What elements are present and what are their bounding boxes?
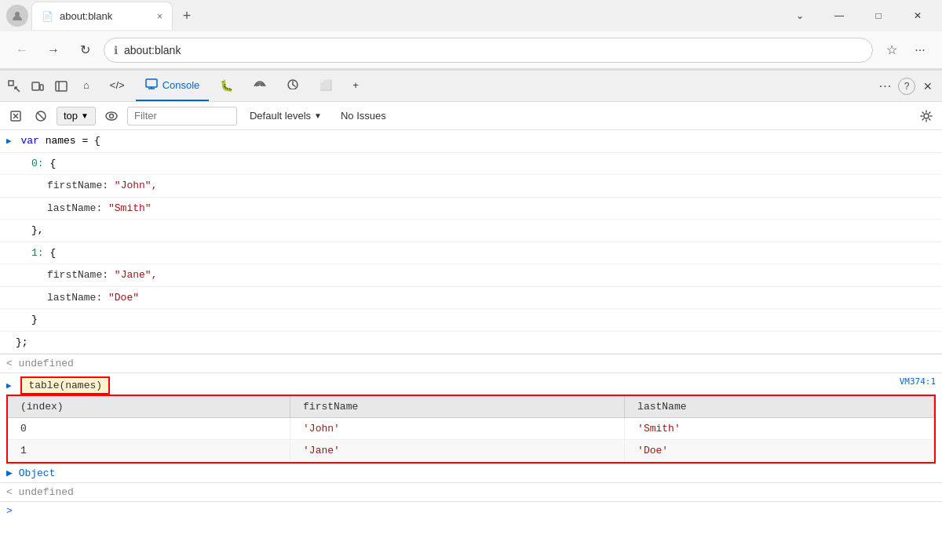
performance-icon [287,78,299,92]
console-output: ▶ var names = { 0: { firstName: "John", … [0,130,942,560]
firstname-val-0: "John", [115,180,158,191]
table-command-text: table(names) [20,376,110,395]
refresh-button[interactable]: ↻ [72,38,97,63]
active-tab[interactable]: 📄 about:blank × [31,2,173,30]
network-icon [254,78,266,92]
tab-title: about:blank [60,10,112,22]
block-button[interactable] [31,107,50,125]
table-arrow-icon[interactable]: ▶ [6,381,12,391]
more-button[interactable]: ··· [907,38,933,63]
back-button[interactable]: ← [9,38,35,63]
svg-point-17 [924,114,929,118]
tab-bar: 📄 about:blank × + [31,2,779,30]
svg-rect-3 [40,85,43,90]
context-selector[interactable]: top ▼ [57,107,96,125]
tab-console[interactable]: Console [136,71,210,101]
console-line-semicolon: }; [0,332,942,355]
cell-index: 0 [8,418,290,440]
console-line-ln1: lastName: "Doe" [0,287,942,310]
home-icon: ⌂ [83,79,89,91]
devtools-close-button[interactable]: ✕ [917,75,939,97]
cell-firstname: 'John' [290,418,625,440]
svg-rect-1 [9,81,13,85]
data-table: (index) firstName lastName 0'John''Smith… [8,396,934,462]
console-line-key0: 0: { [0,153,942,176]
profile-avatar[interactable] [6,5,28,27]
devtools-help-button[interactable]: ? [898,78,915,95]
tab-performance[interactable] [277,71,309,101]
inspect-element-button[interactable] [3,75,25,97]
tab-network[interactable] [244,71,276,101]
tab-close-button[interactable]: × [157,11,162,22]
svg-point-15 [106,112,117,120]
svg-line-14 [38,113,44,119]
object-line[interactable]: ▶ Object [0,464,942,482]
favorite-button[interactable]: ☆ [879,38,904,63]
col-header-lastname: lastName [625,396,934,418]
undefined-line-2: < undefined [0,483,942,501]
filter-input[interactable] [127,107,237,125]
console-line-var-decl: ▶ var names = { [0,130,942,153]
device-emulation-button[interactable] [27,75,49,97]
address-text: about:blank [124,44,181,56]
table-body: 0'John''Smith'1'Jane''Doe' [8,418,934,462]
index-1: 1: [31,247,44,259]
dropdown-arrow-icon: ▼ [81,111,89,120]
console-line-close0: }, [0,220,942,242]
address-bar[interactable]: ℹ about:blank [104,38,873,63]
console-line-key1: 1: { [0,242,942,265]
clear-console-button[interactable] [6,107,25,125]
console-line-fn0: firstName: "John", [0,175,942,198]
lastname-prop-0: lastName: [47,202,108,214]
undefined-line-1: < undefined [0,355,942,373]
tab-memory[interactable]: ⬜ [310,71,341,101]
table-command-container: ▶ table(names) VM374:1 [0,373,942,395]
table-header-row: (index) firstName lastName [8,396,934,418]
chevron-button[interactable]: ⌄ [782,3,818,28]
levels-arrow-icon: ▼ [314,111,322,120]
memory-icon: ⬜ [319,79,332,91]
var-name: names = { [46,135,100,147]
cell-firstname: 'Jane' [290,440,625,462]
console-line-close1: } [0,309,942,332]
console-settings-button[interactable] [917,107,936,125]
sidebar-button[interactable] [50,75,72,97]
title-bar: 📄 about:blank × + ⌄ — □ ✕ [0,0,942,31]
expand-arrow-icon[interactable]: ▶ [6,136,12,146]
tab-debugger[interactable]: 🐛 [210,71,243,101]
more-tools-button[interactable]: + [352,79,359,91]
index-0: 0: [31,158,44,169]
tab-console-label: Console [162,79,200,91]
svg-rect-6 [146,79,157,87]
tab-elements[interactable]: ⌂ [74,71,99,101]
minimize-button[interactable]: — [821,3,857,28]
browser-window: 📄 about:blank × + ⌄ — □ ✕ ← → ↻ ℹ about:… [0,0,942,560]
log-levels-button[interactable]: Default levels ▼ [243,108,328,123]
issues-indicator: No Issues [334,108,392,123]
table-row: 1'Jane''Doe' [8,440,934,462]
close-button[interactable]: ✕ [900,3,936,28]
nav-bar: ← → ↻ ℹ about:blank ☆ ··· [0,31,942,69]
levels-label: Default levels [250,110,311,122]
eye-button[interactable] [102,107,121,125]
svg-rect-4 [56,82,67,91]
svg-rect-2 [32,82,39,90]
firstname-val-1: "Jane", [115,269,158,281]
tab-source[interactable]: </> [100,71,134,101]
address-info-icon: ℹ [114,44,118,56]
console-prompt[interactable]: > [0,502,942,520]
devtools-toolbar: ⌂ </> Console 🐛 [0,71,942,102]
close-semicolon: }; [16,336,28,348]
maximize-button[interactable]: □ [860,3,896,28]
close-brace-0: }, [31,224,44,236]
devtools-more-button[interactable]: ··· [874,75,896,97]
new-tab-button[interactable]: + [174,3,199,28]
tab-more[interactable]: + [343,71,368,101]
forward-button[interactable]: → [41,38,66,63]
console-toolbar: top ▼ Default levels ▼ No Issues [0,102,942,130]
console-line-fn1: firstName: "Jane", [0,264,942,287]
tab-page-icon: 📄 [42,11,53,22]
firstname-prop-0: firstName: [47,180,115,191]
source-icon: </> [110,79,125,91]
lastname-val-0: "Smith" [108,202,152,214]
